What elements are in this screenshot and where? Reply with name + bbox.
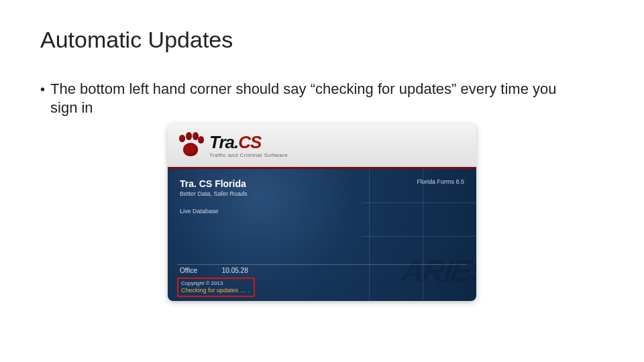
- checking-updates-text: Checking for updates … .: [181, 287, 250, 294]
- splash-header: Tra.CS Traffic and Criminal Software: [168, 124, 476, 167]
- slide-title: Automatic Updates: [40, 27, 604, 53]
- bullet-dot-icon: •: [40, 80, 45, 99]
- update-status-highlight: Copyright © 2013 Checking for updates … …: [177, 278, 255, 297]
- database-mode: Live Database: [180, 208, 464, 215]
- office-version-row: Office 10.05.28: [180, 267, 248, 274]
- divider: [177, 264, 467, 265]
- copyright-text: Copyright © 2013: [181, 280, 250, 286]
- splash-screenshot: Tra.CS Traffic and Criminal Software ARI…: [168, 124, 476, 301]
- office-version: 10.05.28: [222, 267, 248, 274]
- office-label: Office: [180, 267, 220, 274]
- brand-subtitle: Traffic and Criminal Software: [209, 152, 288, 158]
- brand-name: Tra.CS: [209, 133, 288, 151]
- product-tagline: Better Data, Safer Roads: [180, 190, 464, 197]
- bullet-text: The bottom left hand corner should say “…: [50, 80, 587, 117]
- paw-logo-icon: [177, 132, 204, 159]
- bullet-item: • The bottom left hand corner should say…: [40, 80, 604, 117]
- forms-version: Florida Forms 8.5: [417, 178, 464, 185]
- splash-body: ARIES Tra. CS Florida Better Data, Safer…: [168, 167, 476, 301]
